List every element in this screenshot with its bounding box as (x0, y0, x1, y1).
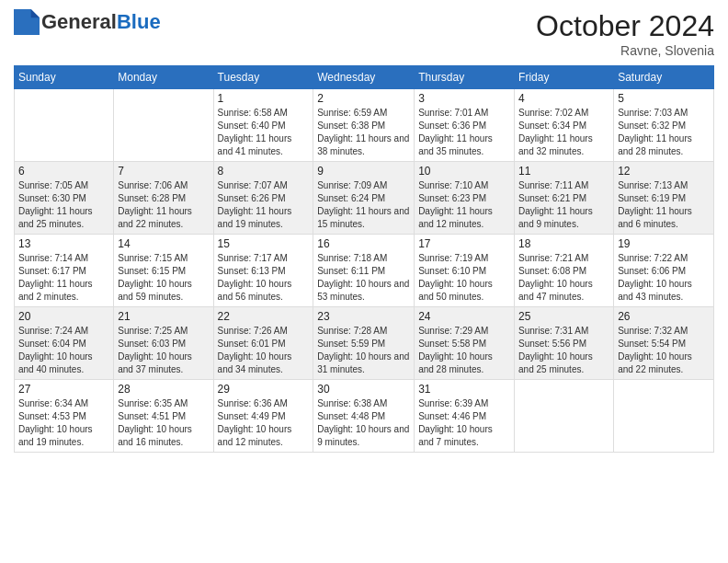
week-row-2: 6Sunrise: 7:05 AMSunset: 6:30 PMDaylight… (15, 162, 714, 235)
day-info: Sunrise: 7:32 AMSunset: 5:54 PMDaylight:… (618, 325, 710, 376)
week-row-1: 1Sunrise: 6:58 AMSunset: 6:40 PMDaylight… (15, 89, 714, 162)
day-info: Sunrise: 6:38 AMSunset: 4:48 PMDaylight:… (317, 397, 410, 449)
weekday-header-row: SundayMondayTuesdayWednesdayThursdayFrid… (15, 66, 714, 89)
day-number: 30 (317, 383, 410, 396)
day-info: Sunrise: 7:06 AMSunset: 6:28 PMDaylight:… (118, 179, 209, 231)
calendar-cell: 3Sunrise: 7:01 AMSunset: 6:36 PMDaylight… (415, 89, 515, 162)
day-number: 12 (618, 165, 710, 178)
day-info: Sunrise: 7:15 AMSunset: 6:15 PMDaylight:… (118, 252, 209, 304)
calendar-cell: 20Sunrise: 7:24 AMSunset: 6:04 PMDayligh… (15, 307, 114, 380)
day-number: 22 (218, 310, 310, 323)
location: Ravne, Slovenia (536, 43, 714, 58)
day-info: Sunrise: 7:31 AMSunset: 5:56 PMDaylight:… (518, 325, 609, 376)
day-info: Sunrise: 7:28 AMSunset: 5:59 PMDaylight:… (317, 325, 410, 376)
day-number: 28 (118, 383, 209, 396)
day-info: Sunrise: 7:13 AMSunset: 6:19 PMDaylight:… (618, 179, 710, 231)
logo: GeneralBlue (14, 9, 161, 35)
calendar-cell: 21Sunrise: 7:25 AMSunset: 6:03 PMDayligh… (114, 307, 213, 380)
weekday-header-thursday: Thursday (415, 66, 515, 89)
day-number: 8 (218, 165, 310, 178)
day-info: Sunrise: 7:19 AMSunset: 6:10 PMDaylight:… (418, 252, 510, 304)
weekday-header-saturday: Saturday (614, 66, 714, 89)
day-info: Sunrise: 7:10 AMSunset: 6:23 PMDaylight:… (418, 179, 510, 231)
calendar: SundayMondayTuesdayWednesdayThursdayFrid… (14, 65, 714, 453)
day-number: 9 (317, 165, 410, 178)
calendar-cell: 11Sunrise: 7:11 AMSunset: 6:21 PMDayligh… (515, 162, 614, 235)
day-number: 19 (618, 237, 710, 250)
day-number: 21 (118, 310, 209, 323)
calendar-cell: 18Sunrise: 7:21 AMSunset: 6:08 PMDayligh… (515, 235, 614, 307)
calendar-cell: 30Sunrise: 6:38 AMSunset: 4:48 PMDayligh… (313, 380, 415, 453)
day-number: 15 (218, 237, 310, 250)
month-title: October 2024 (536, 9, 714, 43)
day-info: Sunrise: 7:07 AMSunset: 6:26 PMDaylight:… (218, 179, 310, 231)
calendar-cell: 29Sunrise: 6:36 AMSunset: 4:49 PMDayligh… (213, 380, 313, 453)
day-info: Sunrise: 6:58 AMSunset: 6:40 PMDaylight:… (218, 107, 310, 158)
day-info: Sunrise: 7:09 AMSunset: 6:24 PMDaylight:… (317, 179, 410, 231)
weekday-header-monday: Monday (114, 66, 213, 89)
day-number: 1 (218, 92, 310, 105)
weekday-header-sunday: Sunday (15, 66, 114, 89)
day-info: Sunrise: 6:35 AMSunset: 4:51 PMDaylight:… (118, 397, 209, 449)
day-number: 20 (18, 310, 109, 323)
day-number: 24 (418, 310, 510, 323)
calendar-cell: 13Sunrise: 7:14 AMSunset: 6:17 PMDayligh… (15, 235, 114, 307)
calendar-cell (15, 89, 114, 162)
calendar-cell: 17Sunrise: 7:19 AMSunset: 6:10 PMDayligh… (415, 235, 515, 307)
day-number: 11 (518, 165, 609, 178)
calendar-cell: 23Sunrise: 7:28 AMSunset: 5:59 PMDayligh… (313, 307, 415, 380)
day-info: Sunrise: 6:39 AMSunset: 4:46 PMDaylight:… (418, 397, 510, 449)
calendar-cell: 31Sunrise: 6:39 AMSunset: 4:46 PMDayligh… (415, 380, 515, 453)
calendar-cell: 6Sunrise: 7:05 AMSunset: 6:30 PMDaylight… (15, 162, 114, 235)
day-info: Sunrise: 7:14 AMSunset: 6:17 PMDaylight:… (18, 252, 109, 304)
calendar-cell: 8Sunrise: 7:07 AMSunset: 6:26 PMDaylight… (213, 162, 313, 235)
day-number: 14 (118, 237, 209, 250)
day-info: Sunrise: 7:05 AMSunset: 6:30 PMDaylight:… (18, 179, 109, 231)
calendar-cell: 10Sunrise: 7:10 AMSunset: 6:23 PMDayligh… (415, 162, 515, 235)
calendar-cell: 26Sunrise: 7:32 AMSunset: 5:54 PMDayligh… (614, 307, 714, 380)
day-info: Sunrise: 7:22 AMSunset: 6:06 PMDaylight:… (618, 252, 710, 304)
day-number: 17 (418, 237, 510, 250)
day-number: 4 (518, 92, 609, 105)
day-number: 7 (118, 165, 209, 178)
day-info: Sunrise: 7:26 AMSunset: 6:01 PMDaylight:… (218, 325, 310, 376)
calendar-cell: 7Sunrise: 7:06 AMSunset: 6:28 PMDaylight… (114, 162, 213, 235)
logo-text: GeneralBlue (14, 9, 161, 35)
day-number: 10 (418, 165, 510, 178)
calendar-cell: 2Sunrise: 6:59 AMSunset: 6:38 PMDaylight… (313, 89, 415, 162)
week-row-3: 13Sunrise: 7:14 AMSunset: 6:17 PMDayligh… (15, 235, 714, 307)
day-info: Sunrise: 7:03 AMSunset: 6:32 PMDaylight:… (618, 107, 710, 158)
day-info: Sunrise: 7:24 AMSunset: 6:04 PMDaylight:… (18, 325, 109, 376)
calendar-cell: 19Sunrise: 7:22 AMSunset: 6:06 PMDayligh… (614, 235, 714, 307)
calendar-cell (614, 380, 714, 453)
day-number: 27 (18, 383, 109, 396)
day-number: 23 (317, 310, 410, 323)
day-info: Sunrise: 7:17 AMSunset: 6:13 PMDaylight:… (218, 252, 310, 304)
calendar-cell: 12Sunrise: 7:13 AMSunset: 6:19 PMDayligh… (614, 162, 714, 235)
day-info: Sunrise: 6:59 AMSunset: 6:38 PMDaylight:… (317, 107, 410, 158)
weekday-header-wednesday: Wednesday (313, 66, 415, 89)
calendar-cell: 14Sunrise: 7:15 AMSunset: 6:15 PMDayligh… (114, 235, 213, 307)
svg-marker-1 (31, 9, 40, 17)
header: GeneralBlue October 2024 Ravne, Slovenia (14, 9, 714, 58)
calendar-cell (515, 380, 614, 453)
calendar-cell (114, 89, 213, 162)
day-number: 16 (317, 237, 410, 250)
page: GeneralBlue October 2024 Ravne, Slovenia… (0, 0, 728, 563)
day-info: Sunrise: 7:25 AMSunset: 6:03 PMDaylight:… (118, 325, 209, 376)
day-number: 13 (18, 237, 109, 250)
week-row-4: 20Sunrise: 7:24 AMSunset: 6:04 PMDayligh… (15, 307, 714, 380)
calendar-cell: 5Sunrise: 7:03 AMSunset: 6:32 PMDaylight… (614, 89, 714, 162)
day-number: 29 (218, 383, 310, 396)
day-number: 31 (418, 383, 510, 396)
day-info: Sunrise: 7:01 AMSunset: 6:36 PMDaylight:… (418, 107, 510, 158)
logo-general-text: General (41, 10, 117, 34)
logo-icon (14, 9, 40, 35)
logo-blue-text: Blue (117, 10, 161, 34)
calendar-cell: 15Sunrise: 7:17 AMSunset: 6:13 PMDayligh… (213, 235, 313, 307)
week-row-5: 27Sunrise: 6:34 AMSunset: 4:53 PMDayligh… (15, 380, 714, 453)
day-info: Sunrise: 7:02 AMSunset: 6:34 PMDaylight:… (518, 107, 609, 158)
title-block: October 2024 Ravne, Slovenia (536, 9, 714, 58)
day-number: 2 (317, 92, 410, 105)
calendar-cell: 28Sunrise: 6:35 AMSunset: 4:51 PMDayligh… (114, 380, 213, 453)
